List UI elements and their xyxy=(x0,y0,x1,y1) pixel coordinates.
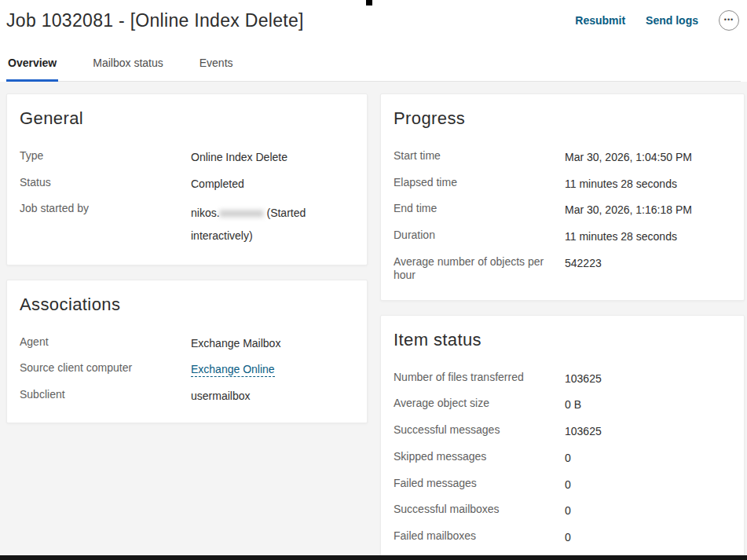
row-failed-messages: Failed messages 0 xyxy=(394,477,731,494)
row-value: 11 minutes 28 seconds xyxy=(565,176,731,193)
row-successful-messages: Successful messages 103625 xyxy=(394,423,731,441)
more-options-button[interactable]: ••• xyxy=(719,10,739,31)
row-elapsed-time: Elapsed time 11 minutes 28 seconds xyxy=(394,176,731,193)
associations-card-title: Associations xyxy=(20,295,354,315)
row-files-transferred: Number of files transferred 103625 xyxy=(394,371,731,388)
row-label: Failed messages xyxy=(394,477,565,491)
row-value: 542223 xyxy=(565,255,731,273)
row-value: 0 B xyxy=(565,397,731,414)
row-end-time: End time Mar 30, 2026, 1:16:18 PM xyxy=(394,202,731,219)
row-successful-mailboxes: Successful mailboxes 0 xyxy=(394,503,731,520)
content-area: General Type Online Index Delete Status … xyxy=(0,82,747,560)
username-prefix: nikos. xyxy=(191,207,220,219)
page-title: Job 1032081 - [Online Index Delete] xyxy=(6,8,304,33)
job-details-page: Job 1032081 - [Online Index Delete] Resu… xyxy=(0,0,747,560)
row-value: 0 xyxy=(565,503,731,520)
row-job-started-by: Job started by nikos.xxxxxxxx (Started i… xyxy=(20,202,354,247)
tab-mailbox-status[interactable]: Mailbox status xyxy=(91,50,164,81)
progress-card: Progress Start time Mar 30, 2026, 1:04:5… xyxy=(380,93,745,301)
row-failed-mailboxes: Failed mailboxes 0 xyxy=(394,529,731,547)
row-label: Duration xyxy=(394,229,565,243)
row-agent: Agent Exchange Mailbox xyxy=(20,335,354,353)
row-label: Average number of objects per hour xyxy=(394,255,565,283)
row-label: Successful mailboxes xyxy=(394,503,565,517)
row-label: Job started by xyxy=(20,202,191,216)
tab-bar: Overview Mailbox status Events xyxy=(6,50,741,82)
general-card-title: General xyxy=(20,108,354,129)
row-value: 103625 xyxy=(565,371,731,388)
row-label: Agent xyxy=(20,335,191,350)
row-label: Start time xyxy=(394,149,565,163)
topbar: Job 1032081 - [Online Index Delete] Resu… xyxy=(0,0,747,82)
row-source-client-computer: Source client computer Exchange Online xyxy=(20,361,354,379)
row-label: Skipped messages xyxy=(394,450,565,464)
left-column: General Type Online Index Delete Status … xyxy=(6,93,368,423)
row-value: Online Index Delete xyxy=(191,149,354,167)
row-value: usermailbox xyxy=(191,388,354,405)
row-value: 0 xyxy=(565,477,731,494)
header-actions: Resubmit Send logs ••• xyxy=(575,8,741,31)
row-value: Mar 30, 2026, 1:16:18 PM xyxy=(565,202,731,219)
row-label: Status xyxy=(20,176,191,190)
row-label: Failed mailboxes xyxy=(394,529,565,544)
row-label: Subclient xyxy=(20,388,191,402)
row-label: Type xyxy=(20,149,191,163)
row-start-time: Start time Mar 30, 2026, 1:04:50 PM xyxy=(394,149,731,167)
exchange-online-link[interactable]: Exchange Online xyxy=(191,363,275,377)
progress-card-title: Progress xyxy=(394,108,731,129)
general-card: General Type Online Index Delete Status … xyxy=(6,93,368,265)
tab-events[interactable]: Events xyxy=(198,50,235,81)
row-skipped-messages: Skipped messages 0 xyxy=(394,450,731,467)
row-label: Number of files transferred xyxy=(394,371,565,385)
row-type: Type Online Index Delete xyxy=(20,149,354,167)
row-subclient: Subclient usermailbox xyxy=(20,388,354,405)
row-status: Status Completed xyxy=(20,176,354,193)
right-column: Progress Start time Mar 30, 2026, 1:04:5… xyxy=(380,93,745,560)
row-label: Successful messages xyxy=(394,423,565,437)
screenshot-artifact xyxy=(366,0,372,5)
row-avg-objects-per-hour: Average number of objects per hour 54222… xyxy=(394,255,731,283)
row-label: Source client computer xyxy=(20,361,191,375)
associations-card: Associations Agent Exchange Mailbox Sour… xyxy=(6,280,368,423)
row-value: 11 minutes 28 seconds xyxy=(565,229,731,246)
row-label: Elapsed time xyxy=(394,176,565,190)
row-average-object-size: Average object size 0 B xyxy=(394,397,731,414)
row-value: 103625 xyxy=(565,423,731,441)
bottom-bar xyxy=(0,555,747,560)
row-value: 0 xyxy=(565,529,731,547)
tab-overview[interactable]: Overview xyxy=(6,50,58,81)
row-value: Exchange Online xyxy=(191,361,354,379)
redacted-username: xxxxxxxx xyxy=(220,207,264,219)
row-value: Exchange Mailbox xyxy=(191,335,354,353)
send-logs-button[interactable]: Send logs xyxy=(646,14,698,27)
item-status-card-title: Item status xyxy=(394,330,731,350)
item-status-card: Item status Number of files transferred … xyxy=(380,315,745,560)
row-label: End time xyxy=(394,202,565,216)
row-value: nikos.xxxxxxxx (Started interactively) xyxy=(191,202,354,247)
row-value: Mar 30, 2026, 1:04:50 PM xyxy=(565,149,731,167)
header-row: Job 1032081 - [Online Index Delete] Resu… xyxy=(6,8,741,33)
row-value: 0 xyxy=(565,450,731,467)
row-value: Completed xyxy=(191,176,354,193)
row-label: Average object size xyxy=(394,397,565,411)
row-duration: Duration 11 minutes 28 seconds xyxy=(394,229,731,246)
ellipsis-icon: ••• xyxy=(724,16,734,24)
resubmit-button[interactable]: Resubmit xyxy=(575,14,625,27)
